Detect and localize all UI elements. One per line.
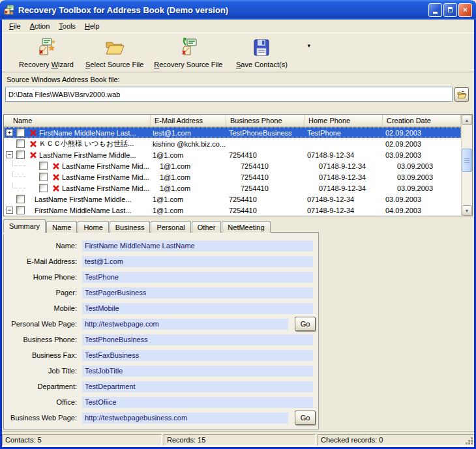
menu-bar: FileActionToolsHelp [2, 20, 474, 33]
scroll-up-button[interactable]: ▲ [462, 115, 472, 125]
status-checked-text: Checked records: 0 [321, 436, 383, 444]
tab-home[interactable]: Home [78, 221, 108, 233]
menu-item-tools[interactable]: Tools [54, 21, 80, 31]
field-label: Job Title: [4, 367, 77, 375]
row-checkbox[interactable] [16, 206, 25, 214]
field-value: TestJobTitle [82, 366, 313, 377]
field-label: Department: [4, 383, 77, 390]
minimize-button[interactable] [428, 3, 442, 17]
window-title: Recovery Toolbox for Address Book (Demo … [18, 5, 428, 15]
form-row: Department:TestDepartment [4, 379, 318, 394]
row-checkbox[interactable] [39, 173, 48, 181]
tree-expander [29, 173, 36, 181]
table-body: +FirstName MiddleName Last...test@1.comT… [4, 127, 461, 216]
table-row[interactable]: LastName FirstName Mid...1@1.com72544100… [4, 171, 461, 182]
tree-connector-line [12, 160, 26, 166]
menu-item-action[interactable]: Action [25, 21, 55, 31]
table-row[interactable]: LastName FirstName Middle...1@1.com72544… [4, 194, 461, 205]
tab-summary[interactable]: Summary [3, 219, 46, 233]
field-label: Business Web Page: [4, 414, 77, 422]
form-row: E-Mail Address:test@1.com [4, 253, 318, 269]
row-checkbox[interactable] [39, 162, 48, 170]
scroll-down-button[interactable]: ▼ [462, 205, 472, 216]
cell-home-phone: 07148-9-12-34 [305, 160, 383, 171]
summary-tab-panel: Name:FirstName MiddleName LastNameE-Mail… [3, 232, 319, 429]
scrollbar-track[interactable] [462, 125, 472, 205]
go-button[interactable]: Go [295, 317, 316, 331]
row-checkbox[interactable] [16, 195, 25, 203]
recovery-wizard-button[interactable]: Recovery Wizard [12, 36, 80, 70]
status-bar: Contacts: 5 Records: 15 Checked records:… [2, 431, 474, 447]
contact-name: LastName FirstName Mid... [62, 173, 149, 181]
status-contacts: Contacts: 5 [2, 434, 162, 446]
row-checkbox[interactable] [16, 151, 25, 159]
tab-business[interactable]: Business [110, 221, 151, 233]
tree-expander[interactable]: − [6, 151, 13, 158]
select-source-file-button[interactable]: Select Source File [80, 36, 149, 70]
recovery-source-file-button[interactable]: Recovery Source File [149, 36, 228, 70]
maximize-button[interactable] [443, 3, 457, 17]
scrollbar-thumb[interactable] [462, 149, 472, 172]
cell-email: test@1.com [151, 127, 226, 138]
field-value: TestFaxBusiness [82, 350, 313, 361]
cell-name: LastName FirstName Mid... [4, 182, 151, 194]
source-file-label: Source Windows Address Book file: [7, 76, 120, 83]
contact-name: LastName FirstName Middle... [39, 151, 136, 159]
menu-item-file[interactable]: File [5, 21, 25, 31]
column-header-date[interactable]: Creation Date [383, 115, 461, 126]
go-button[interactable]: Go [295, 411, 316, 425]
cell-name: −LastName FirstName Middle... [4, 149, 151, 160]
cell-creation-date: 02.09.2003 [383, 138, 461, 149]
save-dropdown-arrow[interactable]: ▾ [305, 41, 313, 50]
table-row[interactable]: LastName FirstName Mid...1@1.com72544100… [4, 182, 461, 194]
cell-creation-date: 02.09.2003 [383, 127, 461, 138]
field-value: TestMobile [82, 303, 313, 314]
tab-other[interactable]: Other [192, 221, 222, 233]
save-icon [251, 37, 272, 58]
browse-button[interactable] [454, 87, 469, 102]
column-header-biz[interactable]: Business Phone [226, 115, 305, 126]
table-row[interactable]: LastName FirstName Mid...1@1.com72544100… [4, 160, 461, 171]
menu-item-help[interactable]: Help [80, 21, 104, 31]
tree-expander [29, 184, 36, 192]
column-header-home[interactable]: Home Phone [305, 115, 383, 126]
source-file-input[interactable] [5, 87, 453, 102]
tree-expander[interactable]: − [6, 207, 13, 214]
save-contacts-button[interactable]: Save Contact(s) [228, 36, 295, 70]
deleted-x-icon [29, 151, 39, 159]
tab-netmeeting[interactable]: NetMeeting [222, 221, 270, 233]
recovery-wizard-icon [36, 37, 57, 58]
table-row[interactable]: −FirstName MiddleName Last...1@1.com7254… [4, 205, 461, 216]
field-label: Name: [4, 242, 77, 250]
tab-name[interactable]: Name [46, 221, 77, 233]
field-value: TestPagerBusiness [82, 287, 313, 298]
status-contacts-text: Contacts: 5 [5, 436, 42, 444]
row-checkbox[interactable] [39, 184, 48, 192]
field-label: Office: [4, 398, 77, 406]
browse-folder-icon [457, 91, 467, 99]
table-row[interactable]: ＫＣＣ小熊様 いつもお世話...kishino @kchk.biz.co...0… [4, 138, 461, 149]
close-button[interactable] [458, 3, 472, 17]
column-header-name[interactable]: Name [4, 115, 151, 126]
cell-email: 1@1.com [151, 171, 226, 182]
cell-business-phone: TestPhoneBusiness [226, 127, 305, 138]
cell-email: 1@1.com [151, 194, 226, 205]
form-row: Pager:TestPagerBusiness [4, 285, 318, 300]
tree-expander[interactable]: + [6, 129, 13, 136]
row-checkbox[interactable] [16, 128, 25, 137]
maximize-icon [448, 7, 453, 12]
field-value: TestDepartment [82, 381, 313, 392]
field-value: http://testwebpage.com [82, 319, 288, 330]
form-row: Business Phone:TestPhoneBusiness [4, 332, 318, 347]
table-row[interactable]: +FirstName MiddleName Last...test@1.comT… [4, 127, 461, 138]
tab-strip: SummaryNameHomeBusinessPersonalOtherNetM… [3, 219, 271, 233]
table-row[interactable]: −LastName FirstName Middle...1@1.com7254… [4, 149, 461, 160]
row-checkbox[interactable] [16, 139, 25, 148]
tab-personal[interactable]: Personal [151, 221, 190, 233]
cell-email: kishino @kchk.biz.co... [151, 138, 226, 149]
select-source-file-label: Select Source File [85, 61, 143, 68]
resize-grip[interactable] [471, 442, 473, 444]
vertical-scrollbar[interactable]: ▲ ▼ [461, 115, 472, 216]
cell-business-phone [226, 138, 305, 149]
column-header-email[interactable]: E-Mail Address [151, 115, 226, 126]
